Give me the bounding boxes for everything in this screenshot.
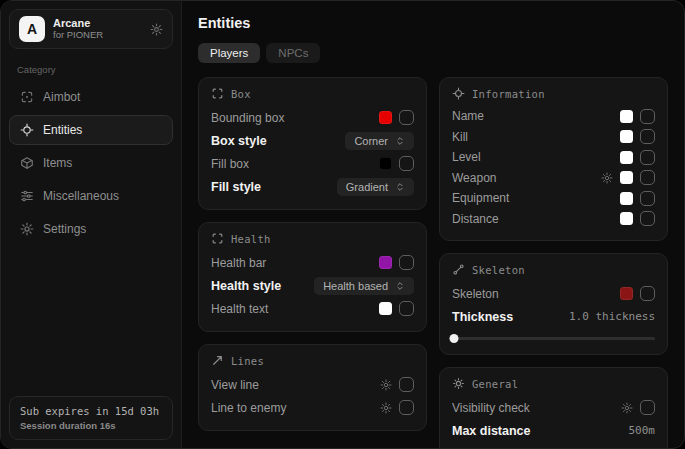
setting-row-weapon: Weapon <box>452 168 655 189</box>
checkbox[interactable] <box>640 191 655 206</box>
app-subtitle: for PIONER <box>53 30 103 41</box>
setting-row-level: Level <box>452 147 655 168</box>
setting-row-health-text: Health text <box>211 297 414 320</box>
unfold-icon <box>395 136 405 146</box>
unfold-icon <box>395 281 405 291</box>
checkbox[interactable] <box>640 129 655 144</box>
health-style-dropdown[interactable]: Health based <box>314 277 414 295</box>
sidebar-item-label: Aimbot <box>43 90 80 104</box>
checkbox[interactable] <box>399 301 414 316</box>
general-card: General Visibility check <box>439 367 668 448</box>
color-swatch[interactable] <box>620 110 633 123</box>
checkbox[interactable] <box>640 400 655 415</box>
tab-players[interactable]: Players <box>198 43 260 63</box>
setting-row-skeleton: Skeleton <box>452 282 655 305</box>
card-title: Skeleton <box>472 264 525 276</box>
sidebar-item-label: Miscellaneous <box>43 189 119 203</box>
corner-brackets-icon <box>211 87 224 100</box>
sidebar: A Arcane for PIONER Category <box>1 1 182 448</box>
subscription-card: Sub expires in 15d 03h Session duration … <box>9 396 173 440</box>
page-title: Entities <box>198 15 668 31</box>
gear-icon[interactable] <box>601 172 613 184</box>
setting-row-fill-style: Fill style Gradient <box>211 175 414 198</box>
info-scan-icon <box>452 87 465 100</box>
sidebar-item-items[interactable]: Items <box>9 148 173 178</box>
sun-icon <box>452 377 465 390</box>
checkbox[interactable] <box>640 211 655 226</box>
category-label: Category <box>17 64 165 75</box>
card-title: Lines <box>231 355 264 367</box>
gear-icon[interactable] <box>621 402 633 414</box>
skeleton-card: Skeleton Skeleton Thickness 1.0 thicknes… <box>439 253 668 355</box>
sidebar-item-settings[interactable]: Settings <box>9 214 173 244</box>
gear-icon[interactable] <box>150 23 163 36</box>
information-card: Information Name Kill <box>439 77 668 241</box>
bone-icon <box>452 263 465 276</box>
color-swatch[interactable] <box>620 130 633 143</box>
health-card: Health Health bar Health style Health ba… <box>198 222 427 332</box>
color-swatch[interactable] <box>620 171 633 184</box>
color-swatch[interactable] <box>379 256 392 269</box>
sidebar-item-miscellaneous[interactable]: Miscellaneous <box>9 181 173 211</box>
right-column: Information Name Kill <box>439 77 668 448</box>
sidebar-item-label: Items <box>43 156 72 170</box>
box-style-dropdown[interactable]: Corner <box>345 132 414 150</box>
color-swatch[interactable] <box>379 111 392 124</box>
color-swatch[interactable] <box>620 192 633 205</box>
tab-bar: Players NPCs <box>198 43 668 63</box>
max-distance-slider[interactable] <box>452 447 655 448</box>
sidebar-item-label: Entities <box>43 123 82 137</box>
app-window: A Arcane for PIONER Category <box>0 0 685 449</box>
entities-icon <box>20 123 34 137</box>
setting-row-visibility-check: Visibility check <box>452 396 655 419</box>
brand-card: A Arcane for PIONER <box>9 9 173 49</box>
color-swatch[interactable] <box>620 212 633 225</box>
checkbox[interactable] <box>640 150 655 165</box>
checkbox[interactable] <box>399 400 414 415</box>
sidebar-item-entities[interactable]: Entities <box>9 115 173 145</box>
checkbox[interactable] <box>399 255 414 270</box>
color-swatch[interactable] <box>379 302 392 315</box>
corner-brackets-icon <box>211 232 224 245</box>
tab-npcs[interactable]: NPCs <box>266 43 320 63</box>
checkbox[interactable] <box>399 377 414 392</box>
thickness-value: 1.0 thickness <box>569 310 655 323</box>
thickness-slider[interactable] <box>452 333 655 343</box>
sub-expires-text: Sub expires in 15d 03h <box>20 405 162 417</box>
color-swatch[interactable] <box>620 151 633 164</box>
checkbox[interactable] <box>640 109 655 124</box>
setting-row-line-to-enemy: Line to enemy <box>211 396 414 419</box>
gear-icon[interactable] <box>380 402 392 414</box>
setting-row-health-bar: Health bar <box>211 251 414 274</box>
gear-icon <box>20 222 34 236</box>
setting-row-distance: Distance <box>452 209 655 230</box>
setting-row-name: Name <box>452 106 655 127</box>
session-duration-text: Session duration 16s <box>20 420 162 431</box>
diagonal-line-icon <box>211 354 224 367</box>
color-swatch[interactable] <box>379 157 392 170</box>
checkbox[interactable] <box>640 170 655 185</box>
setting-row-equipment: Equipment <box>452 188 655 209</box>
checkbox[interactable] <box>399 156 414 171</box>
max-distance-value: 500m <box>629 424 656 437</box>
package-icon <box>20 156 34 170</box>
fill-style-dropdown[interactable]: Gradient <box>337 178 414 196</box>
gear-icon[interactable] <box>380 379 392 391</box>
setting-row-box-style: Box style Corner <box>211 129 414 152</box>
slider-thumb[interactable] <box>450 334 459 343</box>
app-name: Arcane <box>53 17 103 30</box>
card-title: Box <box>231 88 251 100</box>
sidebar-nav: Aimbot Entities Items <box>9 82 173 244</box>
sidebar-item-label: Settings <box>43 222 86 236</box>
setting-row-kill: Kill <box>452 127 655 148</box>
color-swatch[interactable] <box>620 287 633 300</box>
setting-row-max-distance: Max distance 500m <box>452 419 655 442</box>
setting-row-fill-box: Fill box <box>211 152 414 175</box>
setting-row-bounding-box: Bounding box <box>211 106 414 129</box>
box-card: Box Bounding box Box style Corner <box>198 77 427 210</box>
checkbox[interactable] <box>399 110 414 125</box>
checkbox[interactable] <box>640 286 655 301</box>
app-logo: A <box>19 16 45 42</box>
setting-row-health-style: Health style Health based <box>211 274 414 297</box>
sidebar-item-aimbot[interactable]: Aimbot <box>9 82 173 112</box>
